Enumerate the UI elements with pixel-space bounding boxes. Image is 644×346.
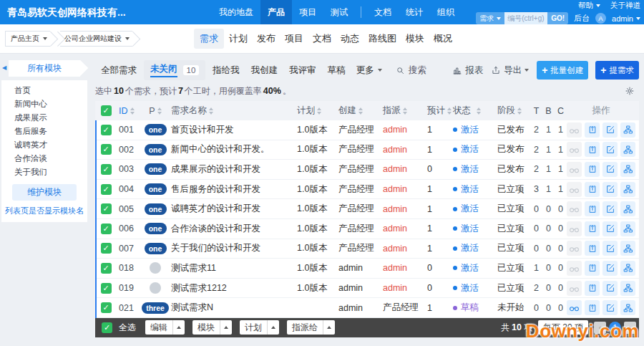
story-name[interactable]: 关于我们的设计和开发 (170, 242, 297, 254)
show-module-name-link[interactable]: 列表页是否显示模块名 (1, 206, 87, 216)
new-story-button[interactable]: +提需求 (595, 61, 639, 80)
tab-plan[interactable]: 计划 (225, 29, 252, 49)
row-checkbox[interactable] (101, 125, 112, 135)
breadcrumb-product-home[interactable]: 产品主页 (5, 31, 50, 47)
story-plan[interactable]: 1.0版本 (297, 223, 338, 235)
column-header-estimate[interactable]: 预计 (423, 105, 453, 117)
edit-button[interactable] (602, 122, 618, 138)
tab-release[interactable]: 发布 (253, 29, 280, 49)
sidebar-item-recruit[interactable]: 诚聘英才 (1, 138, 87, 152)
story-plan[interactable]: 1.0版本 (297, 282, 338, 294)
search-toggle[interactable]: 搜索 (396, 64, 426, 77)
change-button[interactable] (585, 221, 600, 236)
story-name[interactable]: 售后服务的设计和开发 (170, 183, 297, 196)
go-button[interactable]: GO! (547, 12, 568, 24)
row-checkbox[interactable] (101, 164, 112, 175)
gear-icon[interactable] (625, 86, 635, 96)
sidebar-item-cooperation[interactable]: 合作洽谈 (1, 152, 87, 165)
filter-assigned-to-me[interactable]: 指给我 (207, 61, 245, 80)
subdivide-button[interactable] (620, 182, 635, 197)
row-checkbox[interactable] (101, 302, 112, 313)
edit-button[interactable] (602, 241, 618, 256)
story-name[interactable]: 首页设计和开发 (170, 124, 297, 136)
change-button[interactable] (585, 182, 600, 197)
subdivide-button[interactable] (620, 142, 635, 157)
nav-org[interactable]: 组织 (430, 0, 462, 24)
story-plan[interactable]: 1.0版本 (297, 163, 338, 176)
story-name[interactable]: 新闻中心的设计和开发。 (170, 143, 297, 155)
filter-draft[interactable]: 草稿 (322, 61, 351, 80)
review-button[interactable] (567, 162, 582, 177)
change-button[interactable] (585, 241, 600, 256)
batch-assign-button[interactable]: 指派给 (287, 320, 335, 335)
column-header-task[interactable]: T (530, 106, 542, 116)
edit-button[interactable] (602, 201, 618, 216)
sidebar-collapse-icon[interactable]: ◀ (2, 64, 6, 71)
tab-roadmap[interactable]: 路线图 (364, 29, 401, 49)
nav-stats[interactable]: 统计 (399, 0, 430, 24)
tab-story[interactable]: 需求 (194, 29, 224, 49)
review-button[interactable] (567, 182, 582, 197)
filter-unclosed[interactable]: 未关闭 10 (144, 60, 205, 80)
change-button[interactable] (585, 122, 600, 138)
subdivide-button[interactable] (620, 261, 635, 276)
search-type-select[interactable]: 需求 (476, 12, 504, 24)
review-button[interactable] (567, 122, 582, 138)
subdivide-button[interactable] (620, 162, 635, 177)
row-checkbox[interactable] (101, 144, 112, 155)
sidebar-item-home[interactable]: 首页 (1, 84, 87, 97)
story-name[interactable]: 测试需求11 (170, 262, 297, 274)
row-checkbox[interactable] (101, 203, 112, 214)
edit-button[interactable] (602, 142, 618, 157)
change-button[interactable] (585, 162, 600, 177)
subdivide-button[interactable] (620, 122, 635, 138)
story-plan[interactable]: 1.0版本 (297, 124, 338, 136)
review-button[interactable] (567, 261, 582, 276)
story-plan[interactable]: 1.0版本 (297, 262, 338, 274)
story-plan[interactable]: 1.0版本 (297, 203, 338, 215)
subdivide-button[interactable] (620, 281, 635, 296)
column-header-create[interactable]: 创建 (338, 105, 383, 117)
sidebar-item-aftersales[interactable]: 售后服务 (1, 125, 87, 138)
story-plan[interactable]: 1.0版本 (297, 143, 338, 155)
sidebar-item-news[interactable]: 新闻中心 (1, 97, 87, 111)
row-checkbox[interactable] (101, 184, 112, 195)
row-checkbox[interactable] (101, 243, 112, 254)
edit-button[interactable] (602, 221, 618, 236)
change-button[interactable] (585, 281, 600, 296)
row-checkbox[interactable] (101, 224, 112, 234)
subdivide-button[interactable] (620, 201, 635, 216)
search-input[interactable]: 编号(ctrl+g) (504, 12, 547, 24)
select-all-checkbox[interactable] (101, 105, 112, 116)
batch-plan-button[interactable]: 计划 (240, 320, 279, 335)
avatar[interactable]: A (595, 13, 606, 24)
story-plan[interactable]: 1.0版本 (297, 242, 338, 254)
column-header-case[interactable]: C (555, 106, 567, 116)
nav-project[interactable]: 项目 (292, 0, 323, 24)
change-button[interactable] (585, 142, 600, 157)
change-button[interactable] (585, 261, 600, 276)
export-menu[interactable]: 导出 (491, 64, 529, 77)
review-button[interactable] (567, 142, 582, 157)
subdivide-button[interactable] (620, 221, 635, 236)
story-name[interactable]: 成果展示的设计和开发 (170, 163, 297, 176)
column-header-name[interactable]: 需求名称 (170, 105, 297, 117)
change-button[interactable] (585, 300, 600, 315)
app-title[interactable]: 青岛易软天创网络科技有... (0, 0, 212, 24)
user-menu[interactable]: admin (612, 14, 640, 23)
subdivide-button[interactable] (620, 241, 635, 256)
batch-create-button[interactable]: +批量创建 (537, 61, 588, 80)
column-header-bug[interactable]: B (542, 106, 555, 116)
nav-product[interactable]: 产品 (260, 0, 292, 24)
nav-doc[interactable]: 文档 (367, 0, 399, 24)
review-button[interactable] (567, 221, 582, 236)
maintain-module-button[interactable]: 维护模块 (12, 184, 77, 201)
row-checkbox[interactable] (101, 283, 112, 294)
tab-doc[interactable]: 文档 (308, 29, 336, 49)
filter-reviewed-by-me[interactable]: 我评审 (283, 61, 322, 80)
review-button[interactable] (567, 281, 582, 296)
edit-button[interactable] (602, 261, 618, 276)
edit-button[interactable] (602, 300, 618, 315)
nav-test[interactable]: 测试 (323, 0, 355, 24)
change-button[interactable] (585, 201, 600, 216)
